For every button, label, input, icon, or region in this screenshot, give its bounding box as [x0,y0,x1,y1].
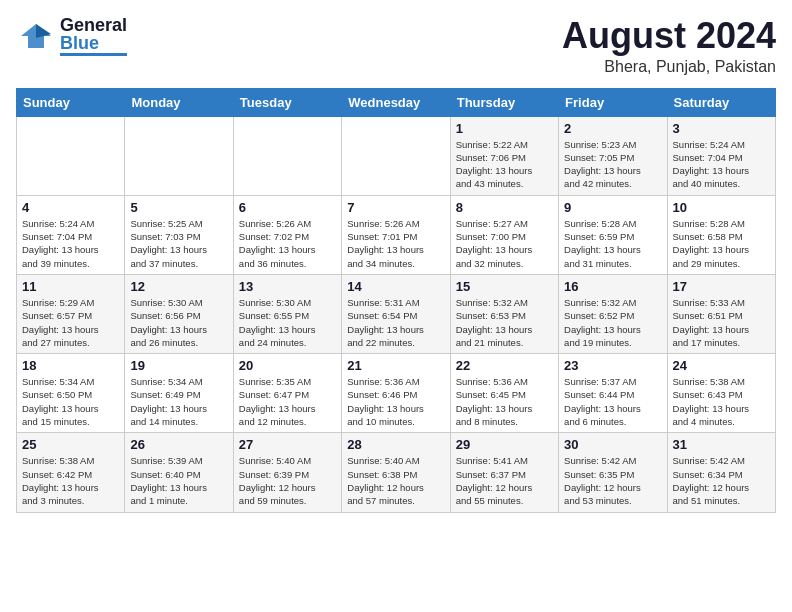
day-number: 23 [564,358,661,373]
logo: General Blue [16,16,127,56]
day-detail: Sunrise: 5:22 AM Sunset: 7:06 PM Dayligh… [456,138,553,191]
day-number: 30 [564,437,661,452]
day-number: 22 [456,358,553,373]
title-block: August 2024 Bhera, Punjab, Pakistan [562,16,776,76]
day-detail: Sunrise: 5:23 AM Sunset: 7:05 PM Dayligh… [564,138,661,191]
day-number: 29 [456,437,553,452]
day-number: 18 [22,358,119,373]
day-detail: Sunrise: 5:27 AM Sunset: 7:00 PM Dayligh… [456,217,553,270]
calendar-cell: 10Sunrise: 5:28 AM Sunset: 6:58 PM Dayli… [667,195,775,274]
day-detail: Sunrise: 5:28 AM Sunset: 6:59 PM Dayligh… [564,217,661,270]
day-number: 12 [130,279,227,294]
day-detail: Sunrise: 5:42 AM Sunset: 6:35 PM Dayligh… [564,454,661,507]
calendar-cell: 19Sunrise: 5:34 AM Sunset: 6:49 PM Dayli… [125,354,233,433]
day-number: 19 [130,358,227,373]
day-number: 15 [456,279,553,294]
calendar-body: 1Sunrise: 5:22 AM Sunset: 7:06 PM Daylig… [17,116,776,512]
day-number: 14 [347,279,444,294]
day-detail: Sunrise: 5:31 AM Sunset: 6:54 PM Dayligh… [347,296,444,349]
day-detail: Sunrise: 5:36 AM Sunset: 6:45 PM Dayligh… [456,375,553,428]
calendar-cell: 20Sunrise: 5:35 AM Sunset: 6:47 PM Dayli… [233,354,341,433]
day-detail: Sunrise: 5:25 AM Sunset: 7:03 PM Dayligh… [130,217,227,270]
day-number: 26 [130,437,227,452]
day-number: 6 [239,200,336,215]
day-number: 16 [564,279,661,294]
day-number: 24 [673,358,770,373]
calendar-cell: 25Sunrise: 5:38 AM Sunset: 6:42 PM Dayli… [17,433,125,512]
day-detail: Sunrise: 5:40 AM Sunset: 6:39 PM Dayligh… [239,454,336,507]
calendar-cell: 2Sunrise: 5:23 AM Sunset: 7:05 PM Daylig… [559,116,667,195]
day-detail: Sunrise: 5:39 AM Sunset: 6:40 PM Dayligh… [130,454,227,507]
day-number: 9 [564,200,661,215]
logo-icon [16,16,56,56]
calendar-cell: 16Sunrise: 5:32 AM Sunset: 6:52 PM Dayli… [559,274,667,353]
calendar-week-1: 1Sunrise: 5:22 AM Sunset: 7:06 PM Daylig… [17,116,776,195]
calendar-cell: 23Sunrise: 5:37 AM Sunset: 6:44 PM Dayli… [559,354,667,433]
day-detail: Sunrise: 5:35 AM Sunset: 6:47 PM Dayligh… [239,375,336,428]
day-detail: Sunrise: 5:30 AM Sunset: 6:55 PM Dayligh… [239,296,336,349]
day-detail: Sunrise: 5:34 AM Sunset: 6:50 PM Dayligh… [22,375,119,428]
calendar-week-2: 4Sunrise: 5:24 AM Sunset: 7:04 PM Daylig… [17,195,776,274]
calendar-cell: 27Sunrise: 5:40 AM Sunset: 6:39 PM Dayli… [233,433,341,512]
day-number: 11 [22,279,119,294]
calendar-cell: 22Sunrise: 5:36 AM Sunset: 6:45 PM Dayli… [450,354,558,433]
day-detail: Sunrise: 5:32 AM Sunset: 6:52 PM Dayligh… [564,296,661,349]
day-number: 31 [673,437,770,452]
col-wednesday: Wednesday [342,88,450,116]
day-detail: Sunrise: 5:38 AM Sunset: 6:43 PM Dayligh… [673,375,770,428]
calendar-header: Sunday Monday Tuesday Wednesday Thursday… [17,88,776,116]
col-sunday: Sunday [17,88,125,116]
day-detail: Sunrise: 5:28 AM Sunset: 6:58 PM Dayligh… [673,217,770,270]
calendar-cell: 1Sunrise: 5:22 AM Sunset: 7:06 PM Daylig… [450,116,558,195]
calendar-cell: 21Sunrise: 5:36 AM Sunset: 6:46 PM Dayli… [342,354,450,433]
day-detail: Sunrise: 5:24 AM Sunset: 7:04 PM Dayligh… [673,138,770,191]
day-detail: Sunrise: 5:38 AM Sunset: 6:42 PM Dayligh… [22,454,119,507]
calendar-cell: 6Sunrise: 5:26 AM Sunset: 7:02 PM Daylig… [233,195,341,274]
day-number: 1 [456,121,553,136]
calendar-cell: 18Sunrise: 5:34 AM Sunset: 6:50 PM Dayli… [17,354,125,433]
calendar-table: Sunday Monday Tuesday Wednesday Thursday… [16,88,776,513]
day-detail: Sunrise: 5:33 AM Sunset: 6:51 PM Dayligh… [673,296,770,349]
subtitle: Bhera, Punjab, Pakistan [562,58,776,76]
main-title: August 2024 [562,16,776,56]
calendar-cell: 5Sunrise: 5:25 AM Sunset: 7:03 PM Daylig… [125,195,233,274]
day-number: 27 [239,437,336,452]
col-thursday: Thursday [450,88,558,116]
calendar-cell [125,116,233,195]
day-number: 7 [347,200,444,215]
calendar-cell: 28Sunrise: 5:40 AM Sunset: 6:38 PM Dayli… [342,433,450,512]
header-row: Sunday Monday Tuesday Wednesday Thursday… [17,88,776,116]
calendar-cell: 7Sunrise: 5:26 AM Sunset: 7:01 PM Daylig… [342,195,450,274]
calendar-cell: 12Sunrise: 5:30 AM Sunset: 6:56 PM Dayli… [125,274,233,353]
day-number: 28 [347,437,444,452]
calendar-cell: 4Sunrise: 5:24 AM Sunset: 7:04 PM Daylig… [17,195,125,274]
day-detail: Sunrise: 5:30 AM Sunset: 6:56 PM Dayligh… [130,296,227,349]
calendar-week-4: 18Sunrise: 5:34 AM Sunset: 6:50 PM Dayli… [17,354,776,433]
calendar-cell [17,116,125,195]
logo-underline [60,53,127,56]
day-detail: Sunrise: 5:26 AM Sunset: 7:02 PM Dayligh… [239,217,336,270]
day-detail: Sunrise: 5:36 AM Sunset: 6:46 PM Dayligh… [347,375,444,428]
day-number: 2 [564,121,661,136]
day-detail: Sunrise: 5:29 AM Sunset: 6:57 PM Dayligh… [22,296,119,349]
col-saturday: Saturday [667,88,775,116]
calendar-cell: 24Sunrise: 5:38 AM Sunset: 6:43 PM Dayli… [667,354,775,433]
calendar-cell [233,116,341,195]
calendar-cell: 30Sunrise: 5:42 AM Sunset: 6:35 PM Dayli… [559,433,667,512]
day-detail: Sunrise: 5:37 AM Sunset: 6:44 PM Dayligh… [564,375,661,428]
day-number: 25 [22,437,119,452]
day-number: 13 [239,279,336,294]
day-detail: Sunrise: 5:34 AM Sunset: 6:49 PM Dayligh… [130,375,227,428]
col-monday: Monday [125,88,233,116]
calendar-week-3: 11Sunrise: 5:29 AM Sunset: 6:57 PM Dayli… [17,274,776,353]
day-number: 4 [22,200,119,215]
day-detail: Sunrise: 5:40 AM Sunset: 6:38 PM Dayligh… [347,454,444,507]
day-detail: Sunrise: 5:24 AM Sunset: 7:04 PM Dayligh… [22,217,119,270]
calendar-cell: 11Sunrise: 5:29 AM Sunset: 6:57 PM Dayli… [17,274,125,353]
col-friday: Friday [559,88,667,116]
calendar-cell: 31Sunrise: 5:42 AM Sunset: 6:34 PM Dayli… [667,433,775,512]
calendar-cell: 14Sunrise: 5:31 AM Sunset: 6:54 PM Dayli… [342,274,450,353]
calendar-cell: 8Sunrise: 5:27 AM Sunset: 7:00 PM Daylig… [450,195,558,274]
logo-name: General Blue [60,16,127,56]
day-number: 10 [673,200,770,215]
